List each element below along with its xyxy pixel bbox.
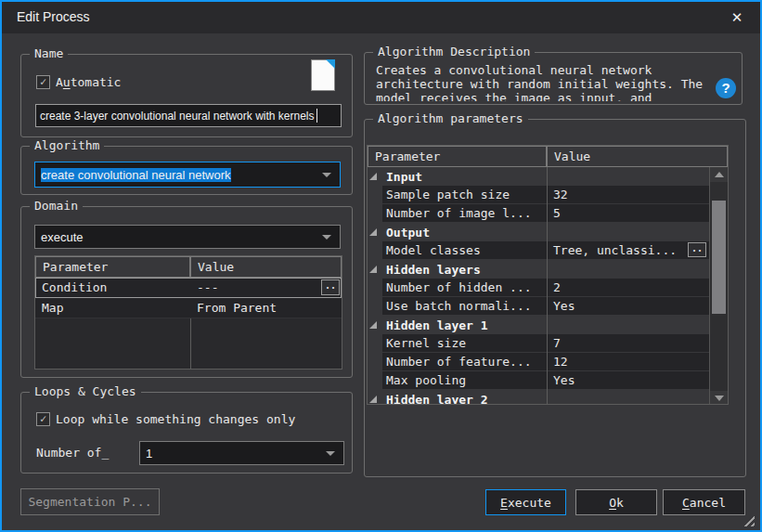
algorithm-parameters-group: Algorithm parameters Parameter Value Inp… [364,119,746,477]
parameter-item-row[interactable]: Kernel size7 [368,334,709,353]
parameter-label: Number of hidden ... [368,280,547,294]
parameter-item-row[interactable]: Max poolingYes [368,371,709,390]
expander-icon[interactable] [369,266,377,273]
domain-table-row[interactable]: MapFrom Parent [35,298,342,318]
vertical-scrollbar[interactable] [709,167,728,405]
domain-header-parameter: Parameter [35,256,190,278]
number-of-label: Number of_ [36,446,109,460]
parameter-value[interactable]: 12 [547,355,709,369]
execute-button[interactable]: Execute [485,489,566,515]
parameter-value[interactable]: 7 [547,336,709,350]
number-of-combobox[interactable]: 1 [139,441,344,465]
chevron-down-icon[interactable] [322,235,331,240]
parameters-group-label: Algorithm parameters [373,111,528,125]
chevron-down-icon[interactable] [322,173,331,177]
name-group: Name ✓ Automatic create 3-layer convolut… [20,54,353,137]
parameter-label: Sample patch size [368,188,547,201]
parameter-value[interactable]: 32 [547,188,709,201]
ok-button[interactable]: Ok [575,489,657,515]
ellipsis-button[interactable]: .. [321,279,340,295]
scroll-down-button[interactable] [710,391,728,405]
loop-checkbox-row: ✓ Loop while something changes only [36,412,295,426]
parameter-label: Hidden layer 1 [368,318,547,332]
domain-table-header: Parameter Value [35,256,342,278]
parameter-item-row[interactable]: Number of hidden ...2 [368,279,709,297]
parameter-item-row[interactable]: Number of image l...5 [368,204,709,223]
automatic-checkbox-row: ✓ Automatic [36,75,121,89]
domain-group-label: Domain [30,199,83,213]
domain-combobox-value: execute [41,230,84,244]
domain-row-parameter: Condition [35,280,190,294]
name-group-label: Name [30,46,68,60]
parameter-value[interactable]: 2 [547,280,709,294]
parameters-header-value: Value [547,146,728,167]
parameter-group-row[interactable]: Input [368,167,709,186]
number-of-combobox-value: 1 [146,447,152,461]
parameter-value[interactable]: Tree, unclassi... [547,243,709,257]
algorithm-description-group: Algorithm Description Creates a convolut… [364,52,743,105]
parameter-label: Use batch normali... [368,299,547,313]
process-name-input[interactable]: create 3-layer convolutional neural netw… [35,104,342,127]
column-divider [547,167,548,405]
algorithm-group-label: Algorithm [30,138,104,152]
parameter-value[interactable]: Yes [547,373,709,387]
domain-table-row[interactable]: Condition---.. [35,278,342,298]
parameter-label: Model classes [368,243,547,257]
scrollbar-thumb[interactable] [712,201,726,314]
parameter-label: Output [368,226,547,240]
loops-cycles-group: Loops & Cycles ✓ Loop while something ch… [20,392,353,474]
parameters-header-parameter: Parameter [368,146,547,167]
parameter-item-row[interactable]: Model classesTree, unclassi..... [368,241,709,260]
parameters-table-body: InputSample patch size32Number of image … [368,167,728,405]
triangle-down-icon [715,396,724,401]
domain-parameters-table: Parameter Value Condition---..MapFrom Pa… [34,255,342,370]
parameters-table-header: Parameter Value [368,146,728,167]
help-icon[interactable]: ? [716,78,736,98]
segmentation-button[interactable]: Segmentation P... [20,488,160,515]
parameters-rows: InputSample patch size32Number of image … [368,167,709,405]
parameter-label: Input [368,170,547,184]
parameter-label: Hidden layer 2 [368,393,547,406]
expander-icon[interactable] [369,321,377,329]
parameter-label: Kernel size [368,336,547,350]
parameter-group-row[interactable]: Hidden layers [368,260,709,279]
text-caret [316,109,317,123]
domain-table-body: Condition---..MapFrom Parent [35,278,342,370]
cancel-button[interactable]: Cancel [663,489,745,515]
scroll-up-button[interactable] [710,167,728,182]
loop-checkbox[interactable]: ✓ [36,412,50,426]
automatic-checkbox[interactable]: ✓ [36,75,50,89]
parameter-item-row[interactable]: Number of feature...12 [368,353,709,371]
new-document-icon[interactable] [311,59,335,91]
domain-row-value[interactable]: From Parent [190,301,342,315]
parameter-group-row[interactable]: Output [368,223,709,241]
expander-icon[interactable] [369,173,377,180]
parameter-value[interactable]: 5 [547,206,709,220]
ellipsis-button[interactable]: .. [688,242,706,257]
parameter-group-row[interactable]: Hidden layer 2 [368,390,709,405]
dialog-title: Edit Process [17,9,90,24]
algorithm-description-text: Creates a convolutional neural network a… [376,63,706,101]
parameter-item-row[interactable]: Use batch normali...Yes [368,297,709,316]
chevron-down-icon[interactable] [326,451,335,456]
expander-icon[interactable] [369,396,377,403]
automatic-checkbox-label: Automatic [56,75,121,89]
algorithm-combobox[interactable]: create convolutional neural network [34,162,341,188]
domain-row-value[interactable]: --- [190,280,342,294]
domain-header-value: Value [190,256,342,278]
parameter-value[interactable]: Yes [547,299,709,313]
expander-icon[interactable] [369,228,377,236]
close-icon[interactable]: ✕ [727,7,747,28]
loop-checkbox-label: Loop while something changes only [56,412,295,426]
parameter-group-row[interactable]: Hidden layer 1 [368,316,709,334]
parameter-label: Hidden layers [368,263,547,277]
parameter-item-row[interactable]: Sample patch size32 [368,186,709,204]
title-bar[interactable]: Edit Process ✕ [2,2,760,33]
algorithm-combobox-value: create convolutional neural network [41,168,231,182]
process-name-value: create 3-layer convolutional neural netw… [40,110,314,123]
domain-group: Domain execute Parameter Value Condition… [20,206,353,378]
domain-row-parameter: Map [35,301,190,315]
domain-combobox[interactable]: execute [34,225,341,249]
algorithm-parameters-table: Parameter Value InputSample patch size32… [367,145,729,405]
algorithm-group: Algorithm create convolutional neural ne… [20,146,353,195]
